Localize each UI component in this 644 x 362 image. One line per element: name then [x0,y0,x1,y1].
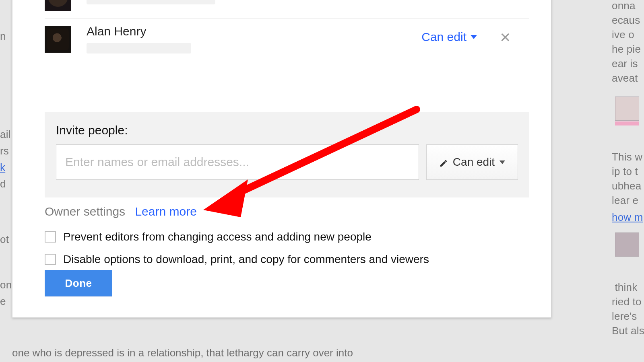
redacted-text [87,0,215,4]
bg-text: e [0,293,6,309]
checkbox-disable-download[interactable]: Disable options to download, print, and … [45,253,529,266]
owner-settings-heading: Owner settings Learn more [45,205,529,218]
remove-person-button[interactable]: ✕ [500,29,511,45]
bg-text: ried to [612,294,642,310]
bg-text: d [0,176,6,192]
owner-settings: Owner settings Learn more Prevent editor… [45,205,529,266]
checkbox-prevent-editors[interactable]: Prevent editors from changing access and… [45,230,529,243]
caret-down-icon [500,160,505,164]
invite-label: Invite people: [56,123,518,137]
bg-text: lear e [612,192,638,208]
bg-thumbnail [615,97,639,121]
avatar [45,26,71,53]
avatar [45,0,71,11]
bg-text: ail [0,126,11,142]
bg-text: ive o [612,27,634,43]
bg-text: aveat [612,70,638,86]
bg-text: rs [0,143,9,159]
bg-text: he pie [612,41,641,57]
bg-link[interactable]: k [0,159,5,175]
learn-more-link[interactable]: Learn more [135,205,196,218]
permission-dropdown[interactable]: Can edit [421,30,477,44]
bg-link[interactable]: how m [612,209,643,225]
bg-thumbnail [615,232,639,257]
caret-down-icon [471,35,477,39]
bg-text: on [0,277,12,293]
permission-label: Can edit [421,30,466,44]
bg-sentence: one who is depressed is in a relationshi… [12,347,353,359]
bg-text: But als [612,323,644,339]
invite-input[interactable] [56,144,419,180]
person-row: Alan Henry Can edit ✕ [45,25,529,67]
sharing-dialog: Alan Henry Can edit ✕ Invite people: Can… [12,0,551,318]
invite-panel: Invite people: Can edit [45,112,529,197]
bg-text: ubhea [612,178,641,194]
bg-text: This w [612,149,642,165]
invite-permission-label: Can edit [453,156,495,169]
checkbox-icon [45,231,56,243]
bg-text: ip to t [612,163,638,179]
checkbox-label: Disable options to download, print, and … [63,253,429,266]
redacted-email [87,43,191,53]
person-name: Alan Henry [87,25,191,38]
done-button[interactable]: Done [45,270,112,296]
checkbox-label: Prevent editors from changing access and… [63,230,372,243]
bg-text: ear is [612,56,638,72]
bg-text: ecaus [612,12,640,28]
pencil-icon [439,158,448,167]
bg-text: lere's [612,308,637,324]
checkbox-icon [45,254,56,265]
invite-permission-dropdown[interactable]: Can edit [426,144,518,180]
bg-text: think [612,279,637,295]
bg-text: n [0,28,6,44]
bg-text: ot [0,231,9,247]
bg-stripe [615,121,639,125]
